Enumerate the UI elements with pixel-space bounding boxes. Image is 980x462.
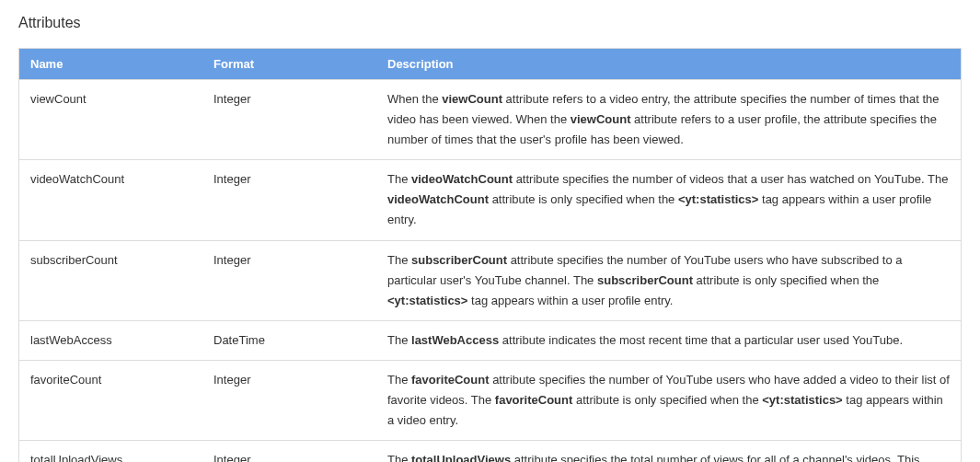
desc-bold: favoriteCount (411, 373, 490, 387)
attr-description: When the viewCount attribute refers to a… (376, 80, 962, 160)
attributes-table: Name Format Description viewCountInteger… (18, 48, 962, 462)
desc-text: When the (387, 92, 442, 106)
desc-text: attribute indicates the most recent time… (499, 333, 903, 347)
desc-text: attribute is only specified when the (489, 192, 678, 206)
attr-name: totalUploadViews (19, 441, 203, 462)
desc-text: The (387, 172, 411, 186)
desc-bold: totalUploadViews (411, 453, 511, 462)
desc-bold: subscriberCount (411, 253, 507, 267)
attr-description: The favoriteCount attribute specifies th… (376, 360, 962, 440)
table-row: subscriberCountIntegerThe subscriberCoun… (19, 240, 962, 320)
attr-format: Integer (202, 80, 376, 160)
table-row: lastWebAccessDateTimeThe lastWebAccess a… (19, 320, 962, 360)
attr-format: DateTime (202, 320, 376, 360)
table-row: viewCountIntegerWhen the viewCount attri… (19, 80, 962, 160)
attr-format: Integer (202, 360, 376, 440)
col-header-description: Description (376, 49, 962, 80)
desc-text: attribute is only specified when the (693, 273, 879, 287)
attr-name: favoriteCount (19, 360, 203, 440)
desc-bold: viewCount (442, 92, 502, 106)
col-header-format: Format (202, 49, 376, 80)
desc-bold: videoWatchCount (411, 172, 513, 186)
section-title: Attributes (18, 15, 962, 31)
table-row: totalUploadViewsIntegerThe totalUploadVi… (19, 441, 962, 462)
table-row: videoWatchCountIntegerThe videoWatchCoun… (19, 160, 962, 240)
attr-description: The subscriberCount attribute specifies … (376, 240, 962, 320)
table-header-row: Name Format Description (19, 49, 962, 80)
desc-text: The (387, 333, 411, 347)
desc-text: The (387, 373, 411, 387)
desc-bold: <yt:statistics> (678, 192, 758, 206)
attr-description: The totalUploadViews attribute specifies… (376, 441, 962, 462)
desc-bold: <yt:statistics> (762, 393, 842, 407)
attr-name: videoWatchCount (19, 160, 203, 240)
desc-bold: videoWatchCount (387, 192, 489, 206)
attr-name: lastWebAccess (19, 320, 203, 360)
attr-description: The lastWebAccess attribute indicates th… (376, 320, 962, 360)
table-row: favoriteCountIntegerThe favoriteCount at… (19, 360, 962, 440)
attr-description: The videoWatchCount attribute specifies … (376, 160, 962, 240)
desc-text: attribute is only specified when the (572, 393, 762, 407)
attr-format: Integer (202, 441, 376, 462)
desc-text: attribute specifies the number of videos… (513, 172, 948, 186)
attr-format: Integer (202, 160, 376, 240)
desc-bold: viewCount (571, 112, 631, 126)
desc-bold: favoriteCount (495, 393, 573, 407)
desc-text: The (387, 453, 411, 462)
desc-bold: <yt:statistics> (387, 294, 467, 307)
desc-bold: subscriberCount (597, 273, 693, 287)
desc-bold: lastWebAccess (411, 333, 499, 347)
desc-text: tag appears within a user profile entry. (467, 294, 673, 307)
attr-name: viewCount (19, 80, 203, 160)
desc-text: The (387, 253, 411, 267)
col-header-name: Name (19, 49, 203, 80)
attr-format: Integer (202, 240, 376, 320)
attr-name: subscriberCount (19, 240, 203, 320)
